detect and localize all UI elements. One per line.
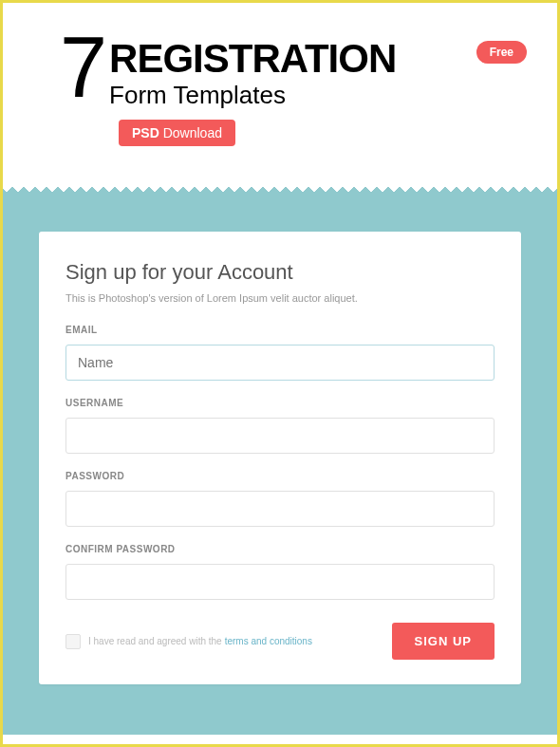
username-label: USERNAME	[65, 398, 495, 408]
header-title-group: 7 REGISTRATION Form Templates Free	[60, 31, 510, 110]
header: 7 REGISTRATION Form Templates Free PSD D…	[3, 3, 557, 194]
psd-label-bold: PSD	[132, 125, 159, 140]
confirm-password-label: CONFIRM PASSWORD	[65, 544, 495, 554]
free-badge: Free	[476, 41, 527, 64]
terms-group: I have read and agreed with the terms an…	[65, 634, 312, 649]
terms-link[interactable]: terms and conditions	[225, 636, 312, 646]
terms-text: I have read and agreed with the	[88, 636, 222, 646]
confirm-password-group: CONFIRM PASSWORD	[65, 544, 495, 600]
zigzag-divider	[3, 194, 557, 203]
email-input[interactable]	[65, 345, 495, 381]
title-text-group: REGISTRATION Form Templates	[109, 31, 396, 110]
form-footer: I have read and agreed with the terms an…	[65, 623, 495, 660]
form-title: Sign up for your Account	[65, 260, 495, 285]
header-number: 7	[60, 31, 107, 104]
password-group: PASSWORD	[65, 471, 495, 527]
header-subtitle: Form Templates	[109, 81, 396, 110]
email-group: EMAIL	[65, 325, 495, 381]
signup-button[interactable]: SIGN UP	[392, 623, 495, 660]
password-input[interactable]	[65, 491, 495, 527]
username-input[interactable]	[65, 418, 495, 454]
header-title: REGISTRATION	[109, 39, 396, 79]
username-group: USERNAME	[65, 398, 495, 454]
signup-form-card: Sign up for your Account This is Photosh…	[39, 232, 521, 684]
form-description: This is Photoshop's version of Lorem Ips…	[65, 292, 495, 304]
confirm-password-input[interactable]	[65, 564, 495, 600]
psd-label-rest: Download	[159, 125, 222, 140]
content-area: Sign up for your Account This is Photosh…	[3, 203, 557, 735]
email-label: EMAIL	[65, 325, 495, 335]
password-label: PASSWORD	[65, 471, 495, 481]
psd-download-badge[interactable]: PSD Download	[119, 120, 235, 146]
terms-checkbox[interactable]	[65, 634, 81, 649]
